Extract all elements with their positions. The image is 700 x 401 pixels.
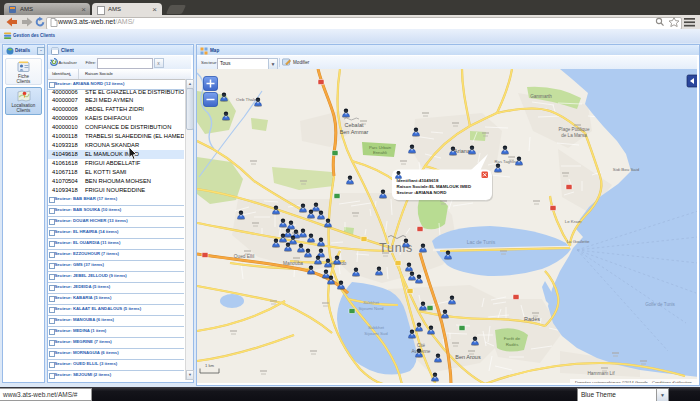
svg-text:Ennahli: Ennahli xyxy=(373,150,387,155)
svg-text:Données cartographiques ©2014: Données cartographiques ©2014 Google xyxy=(575,380,649,383)
svg-text:La Goulette: La Goulette xyxy=(567,239,590,244)
svg-text:Lac de Tunis: Lac de Tunis xyxy=(467,239,496,245)
svg-text:Conditions d'utilisation: Conditions d'utilisation xyxy=(652,380,692,383)
svg-text:1 km: 1 km xyxy=(205,363,215,368)
svg-text:Le Kram: Le Kram xyxy=(565,219,582,224)
svg-text:Cebalat: Cebalat xyxy=(345,122,364,128)
svg-text:Ben Arous: Ben Arous xyxy=(455,354,481,360)
svg-text:Sabkhet: Sabkhet xyxy=(363,300,380,305)
svg-text:Secteur :ARIANA NORD: Secteur :ARIANA NORD xyxy=(397,190,447,195)
svg-text:Golfe de Tunis: Golfe de Tunis xyxy=(645,302,675,307)
svg-text:Radès: Radès xyxy=(506,342,519,347)
svg-text:Oeb Thaler: Oeb Thaler xyxy=(236,97,258,102)
svg-text:Gammarth: Gammarth xyxy=(530,94,552,99)
svg-text:Manouba: Manouba xyxy=(283,261,303,266)
svg-text:Oued Ellil: Oued Ellil xyxy=(234,254,255,259)
svg-text:Sidi Bou Said: Sidi Bou Said xyxy=(613,167,640,172)
svg-text:Sijoumi Nord: Sijoumi Nord xyxy=(358,306,384,311)
svg-text:Sijoumi Sud: Sijoumi Sud xyxy=(364,331,388,336)
svg-text:Identifiant:41049618: Identifiant:41049618 xyxy=(397,178,440,183)
svg-text:Raison Sociale:EL MAMLOUK IMED: Raison Sociale:EL MAMLOUK IMED xyxy=(397,184,472,189)
svg-text:Avicenne: Avicenne xyxy=(412,349,431,354)
svg-text:Ben Ammar: Ben Ammar xyxy=(340,129,369,135)
svg-text:de La Marsa: de La Marsa xyxy=(561,133,587,138)
svg-text:Hammam Lif: Hammam Lif xyxy=(587,371,615,376)
svg-text:Radès: Radès xyxy=(524,316,540,322)
svg-text:Cité: Cité xyxy=(417,343,426,348)
svg-text:Sabkhet: Sabkhet xyxy=(368,325,385,330)
svg-text:Forêt de: Forêt de xyxy=(504,336,521,341)
svg-text:Plage Publique: Plage Publique xyxy=(559,127,590,132)
